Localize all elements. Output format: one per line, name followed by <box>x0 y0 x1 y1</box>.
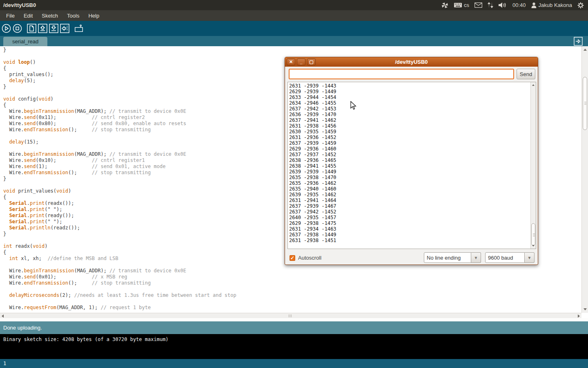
line-ending-dropdown-arrow[interactable]: ▼ <box>471 252 481 263</box>
serial-data-line: 2637 -2941 -1462 <box>289 117 536 123</box>
volume-tray-icon[interactable] <box>499 2 507 8</box>
serial-monitor-button[interactable] <box>74 24 84 33</box>
mail-tray-icon[interactable] <box>474 2 482 8</box>
toolbar <box>0 21 588 36</box>
menu-edit[interactable]: Edit <box>19 11 37 20</box>
baud-rate-value: 9600 baud <box>485 252 525 263</box>
serial-data-line: 2638 -2936 -1465 <box>289 157 536 163</box>
serial-data-line: 2636 -2939 -1470 <box>289 112 536 117</box>
tab-bar: serial_read <box>0 36 588 46</box>
scroll-left-arrow[interactable] <box>2 314 4 318</box>
clock-label[interactable]: 00:40 <box>512 2 526 8</box>
maximize-button[interactable]: ▢ <box>307 58 316 65</box>
serial-data-line: 2631 -2934 -1463 <box>289 226 536 232</box>
menu-tools[interactable]: Tools <box>62 11 84 20</box>
serial-scroll-up-arrow[interactable] <box>532 84 535 86</box>
autoscroll-checkbox[interactable]: ✓ <box>290 255 295 261</box>
serial-data-line: 2637 -2942 -1452 <box>289 209 536 215</box>
editor-horizontal-scrollbar[interactable] <box>0 313 581 318</box>
upload-button[interactable] <box>60 24 69 33</box>
close-button[interactable]: ✕ <box>287 58 295 65</box>
keyboard-icon <box>454 2 462 8</box>
focused-window-title: /dev/ttyUSB0 <box>3 2 36 8</box>
serial-scroll-down-arrow[interactable] <box>532 245 535 247</box>
serial-data-line: 2630 -2935 -1459 <box>289 129 536 135</box>
code-line: } <box>3 47 581 53</box>
network-tray-icon[interactable] <box>488 2 493 8</box>
scroll-down-arrow[interactable] <box>584 308 587 310</box>
code-line: Wire.beginTransmission(MAG_ADDR); // tra… <box>3 268 581 274</box>
serial-monitor-titlebar[interactable]: ✕ _ ▢ /dev/ttyUSB0 <box>285 57 538 67</box>
play-icon <box>2 24 11 33</box>
serial-data-line: 2631 -2941 -1464 <box>289 197 536 203</box>
chevron-down-icon: ▼ <box>528 256 532 260</box>
code-line: Wire.requestFrom(MAG_ADDR, 1); // reques… <box>3 305 581 311</box>
tab-serial-read[interactable]: serial_read <box>3 37 47 46</box>
desktop-top-panel: /dev/ttyUSB0 cs 00:40 Jakub Kakona <box>0 0 588 10</box>
minimize-icon: _ <box>300 60 302 64</box>
stop-button[interactable] <box>13 24 22 33</box>
serial-data-line: 2637 -2937 -1452 <box>289 152 536 157</box>
serial-data-line: 2634 -2946 -1455 <box>289 100 536 106</box>
line-number-strip: 1 <box>0 359 588 368</box>
save-sketch-button[interactable] <box>49 24 58 33</box>
line-ending-select[interactable]: No line ending ▼ <box>424 252 481 263</box>
serial-data-line: 2633 -2944 -1454 <box>289 94 536 100</box>
editor-vertical-scrollbar[interactable] <box>581 46 588 313</box>
serial-monitor-window: ✕ _ ▢ /dev/ttyUSB0 Send 2631 -2939 -1443… <box>285 57 538 265</box>
stop-icon <box>13 24 22 33</box>
serial-data-line: 2631 -2938 -1456 <box>289 123 536 129</box>
scroll-right-arrow[interactable] <box>578 314 580 318</box>
serial-data-line: 2629 -2939 -1449 <box>289 89 536 94</box>
serial-send-input[interactable] <box>289 69 514 79</box>
serial-data-line: 2631 -2938 -1451 <box>289 238 536 243</box>
user-menu[interactable]: Jakub Kakona <box>531 2 572 8</box>
serial-monitor-title: /dev/ttyUSB0 <box>285 59 538 65</box>
serial-data-line: 2635 -2936 -1462 <box>289 180 536 186</box>
menu-file[interactable]: File <box>2 11 19 20</box>
baud-rate-select[interactable]: 9600 baud ▼ <box>485 252 535 263</box>
tab-menu-arrow-icon <box>574 37 583 46</box>
serial-data-line: 2639 -2935 -1462 <box>289 192 536 197</box>
serial-data-line: 2638 -2941 -1455 <box>289 163 536 169</box>
serial-data-line: 2635 -2940 -1460 <box>289 186 536 192</box>
editor-scrollbar-thumb[interactable] <box>583 77 587 130</box>
code-line: Wire.send(0x01); // x MSB reg <box>3 274 581 280</box>
upload-arrow-icon <box>60 24 69 33</box>
code-line <box>3 286 581 292</box>
verify-button[interactable] <box>2 24 11 33</box>
send-button[interactable]: Send <box>517 69 535 79</box>
session-gear-icon[interactable] <box>577 2 584 9</box>
keyboard-layout-label: cs <box>464 2 469 8</box>
maximize-icon: ▢ <box>309 60 313 64</box>
menubar: FileEditSketchToolsHelp <box>0 10 588 21</box>
scroll-up-arrow[interactable] <box>584 49 587 51</box>
serial-scrollbar[interactable] <box>530 82 536 249</box>
minimize-button[interactable]: _ <box>297 58 305 65</box>
pinwheel-tray-icon[interactable] <box>441 2 448 9</box>
mouse-cursor <box>350 101 356 112</box>
new-sketch-button[interactable] <box>27 24 36 33</box>
serial-scrollbar-thumb[interactable] <box>531 223 535 246</box>
tab-label: serial_read <box>12 38 38 45</box>
open-sketch-button[interactable] <box>38 24 47 33</box>
code-line: delayMicroseconds(2); //needs at least 1… <box>3 292 581 298</box>
send-button-label: Send <box>520 71 532 77</box>
menu-help[interactable]: Help <box>84 11 104 20</box>
autoscroll-label: Autoscroll <box>298 255 321 261</box>
console-output: Binary sketch size: 4208 bytes (of a 307… <box>0 334 588 359</box>
new-file-icon <box>27 24 36 33</box>
chevron-down-icon: ▼ <box>474 256 478 260</box>
status-text: Done uploading. <box>3 325 42 331</box>
user-name-label: Jakub Kakona <box>539 2 572 8</box>
chevron-down-icon-2[interactable]: ▼ <box>525 252 535 263</box>
menu-sketch[interactable]: Sketch <box>37 11 62 20</box>
serial-data-line: 2640 -2935 -1457 <box>289 215 536 220</box>
system-tray: cs 00:40 Jakub Kakona <box>441 2 588 9</box>
serial-output-area[interactable]: 2631 -2939 -14432629 -2939 -14492633 -29… <box>287 82 536 249</box>
serial-monitor-icon <box>74 24 84 33</box>
editor-footer-gap <box>0 318 588 321</box>
keyboard-indicator[interactable]: cs <box>454 2 469 8</box>
serial-data-line: 2637 -2942 -1453 <box>289 106 536 112</box>
line-ending-value: No line ending <box>424 252 471 263</box>
